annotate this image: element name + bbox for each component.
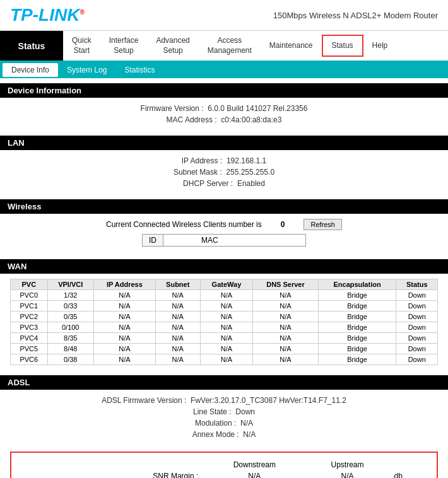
wan-gateway: N/A (200, 301, 253, 312)
adsl-firmware-label: ADSL Firmware Version : (102, 396, 186, 405)
wan-status: Down (396, 301, 438, 312)
wan-col-dns: DNS Server (253, 279, 318, 290)
wan-dns: N/A (253, 344, 318, 354)
adsl-modulation-label: Modulation : (195, 419, 236, 428)
lan-subnet-row: Subnet Mask : 255.255.255.0 (13, 166, 435, 178)
wan-col-subnet: Subnet (155, 279, 200, 290)
wan-ip: N/A (93, 354, 155, 365)
adsl-firmware-value: FwVer:3.20.17.0_TC3087 HwVer:T14.F7_11.2 (191, 396, 346, 405)
wan-vpi: 8/48 (47, 344, 93, 354)
wan-pvc: PVC5 (11, 344, 48, 354)
wan-vpi: 0/38 (47, 354, 93, 365)
wan-col-gateway: GateWay (200, 279, 253, 290)
wireless-clients-text: Current Connected Wireless Clients numbe… (106, 220, 262, 229)
wan-dns: N/A (253, 312, 318, 322)
wireless-table-container: ID MAC (142, 234, 306, 247)
wan-gateway: N/A (200, 312, 253, 322)
content: Device Information Firmware Version : 6.… (0, 83, 448, 478)
adsl-modulation-value: N/A (240, 419, 253, 428)
firmware-label: Firmware Version : (141, 104, 204, 113)
wan-table-row: PVC1 0/33 N/A N/A N/A N/A Bridge Down (11, 301, 438, 312)
wan-encap: Bridge (318, 312, 396, 322)
nav-item-quick-start[interactable]: Quick Start (63, 31, 100, 61)
wireless-mac-cell: MAC (163, 235, 256, 246)
wan-ip: N/A (93, 322, 155, 333)
wan-gateway: N/A (200, 354, 253, 365)
adsl-stats-label-header (18, 459, 203, 470)
nav-item-access-management[interactable]: Access Management (199, 31, 261, 61)
wan-encap: Bridge (318, 290, 396, 301)
adsl-annex-value: N/A (243, 430, 256, 439)
wan-dns: N/A (253, 301, 318, 312)
nav-item-advanced-setup[interactable]: Advanced Setup (147, 31, 198, 61)
mac-value: c0:4a:00:a8:da:e3 (221, 115, 281, 124)
wan-gateway: N/A (200, 344, 253, 354)
nav-item-status[interactable]: Status (322, 35, 363, 57)
wan-status: Down (396, 333, 438, 344)
wan-pvc: PVC6 (11, 354, 48, 365)
mac-row: MAC Address : c0:4a:00:a8:da:e3 (13, 114, 435, 125)
wan-status: Down (396, 322, 438, 333)
wan-encap: Bridge (318, 333, 396, 344)
nav-item-maintenance[interactable]: Maintenance (261, 36, 322, 56)
adsl-stats-row: SNR Margin : N/A N/A db (18, 470, 430, 478)
adsl-stat-unit: db (389, 470, 430, 478)
wan-subnet: N/A (155, 322, 200, 333)
adsl-unit-header (389, 459, 430, 470)
lan-ip-label: IP Address : (182, 156, 222, 165)
adsl-stats-table: Downstream Upstream SNR Margin : N/A N/A… (18, 459, 430, 478)
wireless-section-header: Wireless (0, 199, 448, 214)
adsl-line-state-row: Line State : Down (13, 406, 435, 417)
wan-encap: Bridge (318, 301, 396, 312)
wan-pvc: PVC2 (11, 312, 48, 322)
lan-dhcp-label: DHCP Server : (183, 179, 233, 188)
wan-col-status: Status (396, 279, 438, 290)
wan-dns: N/A (253, 322, 318, 333)
wan-gateway: N/A (200, 290, 253, 301)
lan-dhcp-row: DHCP Server : Enabled (13, 178, 435, 189)
wan-gateway: N/A (200, 322, 253, 333)
wan-dns: N/A (253, 333, 318, 344)
sub-nav-system-log[interactable]: System Log (58, 63, 115, 77)
wan-block: PVC VPI/VCI IP Address Subnet GateWay DN… (0, 274, 448, 370)
sub-nav-device-info[interactable]: Device Info (3, 63, 58, 77)
nav-status-label: Status (0, 31, 63, 61)
adsl-line-state-value: Down (235, 407, 255, 416)
wan-pvc: PVC4 (11, 333, 48, 344)
wan-subnet: N/A (155, 333, 200, 344)
header-title: 150Mbps Wireless N ADSL2+ Modem Router (273, 11, 438, 20)
lan-ip-value: 192.168.1.1 (227, 156, 266, 165)
firmware-row: Firmware Version : 6.0.0 Build 141027 Re… (13, 103, 435, 114)
logo-tm: ® (80, 9, 84, 16)
wan-ip: N/A (93, 312, 155, 322)
refresh-button[interactable]: Refresh (304, 219, 342, 230)
mac-label: MAC Address : (167, 115, 217, 124)
adsl-line-state-label: Line State : (193, 407, 232, 416)
nav-bar: Status Quick Start Interface Setup Advan… (0, 31, 448, 62)
sub-nav-statistics[interactable]: Statistics (115, 63, 163, 77)
wan-table-row: PVC6 0/38 N/A N/A N/A N/A Bridge Down (11, 354, 438, 365)
nav-item-interface-setup[interactable]: Interface Setup (100, 31, 148, 61)
wan-pvc: PVC1 (11, 301, 48, 312)
wan-table-row: PVC5 8/48 N/A N/A N/A N/A Bridge Down (11, 344, 438, 354)
wan-col-pvc: PVC (11, 279, 48, 290)
wan-table: PVC VPI/VCI IP Address Subnet GateWay DN… (10, 279, 438, 365)
logo: TP-LINK® (10, 5, 85, 25)
lan-dhcp-value: Enabled (237, 179, 265, 188)
wireless-block: Current Connected Wireless Clients numbe… (0, 214, 448, 254)
wan-table-row: PVC4 8/35 N/A N/A N/A N/A Bridge Down (11, 333, 438, 344)
wan-gateway: N/A (200, 333, 253, 344)
wan-encap: Bridge (318, 322, 396, 333)
adsl-stats-box: Downstream Upstream SNR Margin : N/A N/A… (10, 452, 438, 478)
device-info-section-header: Device Information (0, 83, 448, 98)
wan-ip: N/A (93, 290, 155, 301)
wan-ip: N/A (93, 333, 155, 344)
adsl-stat-label: SNR Margin : (18, 470, 203, 478)
wan-ip: N/A (93, 344, 155, 354)
wan-table-row: PVC3 0/100 N/A N/A N/A N/A Bridge Down (11, 322, 438, 333)
header: TP-LINK® 150Mbps Wireless N ADSL2+ Modem… (0, 0, 448, 31)
nav-items: Quick Start Interface Setup Advanced Set… (63, 31, 448, 61)
wan-pvc: PVC3 (11, 322, 48, 333)
nav-item-help[interactable]: Help (363, 36, 397, 56)
wan-subnet: N/A (155, 312, 200, 322)
